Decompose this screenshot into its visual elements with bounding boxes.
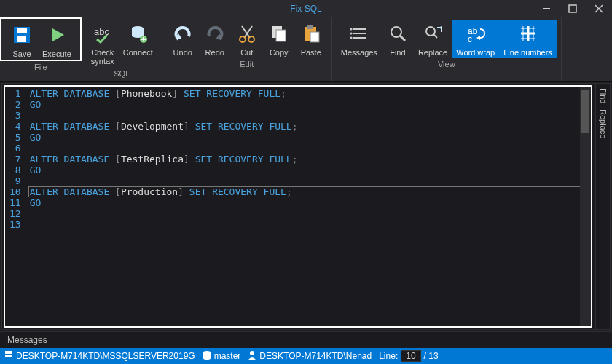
group-label: SQL [82,68,162,81]
code-line[interactable] [30,208,591,219]
save-button[interactable]: Save [6,22,38,60]
replace-label: Replace [418,48,447,58]
svg-rect-6 [17,36,26,42]
cut-label: Cut [240,48,253,58]
svg-rect-24 [307,25,313,29]
replace-button[interactable]: Replace [414,20,452,58]
group-label: View [332,58,561,71]
svg-point-31 [350,37,352,39]
svg-rect-5 [17,28,27,33]
code-line[interactable]: ALTER DATABASE [Production] SET RECOVERY… [30,186,591,197]
replace-icon [423,23,443,47]
maximize-button[interactable] [560,0,586,17]
messages-button[interactable]: Messages [337,20,382,58]
db-label: master [214,351,241,361]
code-line[interactable] [30,219,591,230]
status-user: DESKTOP-M714KTD\Nenad [248,350,372,363]
line-number: 11 [9,197,21,208]
svg-marker-7 [52,28,64,41]
editor-area: 12345678910111213 ALTER DATABASE [Phoneb… [1,83,611,330]
group-label: File [0,61,82,74]
save-icon [12,25,32,48]
svg-point-29 [350,28,352,31]
paste-label: Paste [301,48,321,58]
line-number: 5 [9,132,21,143]
copy-icon [269,23,289,47]
group-label: Edit [162,58,332,71]
find-button[interactable]: Find [382,20,414,58]
undo-button[interactable]: Undo [167,20,199,58]
messages-icon [349,23,369,47]
svg-rect-46 [5,351,12,354]
ribbon-group-view: MessagesFindReplaceabcWord wrapLine numb… [332,17,562,81]
code-line[interactable]: GO [30,165,591,175]
vertical-scrollbar[interactable] [580,87,591,326]
code-line[interactable] [30,143,591,154]
server-label: DESKTOP-M714KTD\MSSQLSERVER2019G [16,351,195,361]
database-icon [203,350,211,363]
ribbon: SaveExecuteFileabcChecksyntaxConnectSQLU… [0,17,612,82]
line-number: 10 [9,186,21,197]
linenumbers-button[interactable]: Line numbers [499,20,557,58]
code-line[interactable] [30,110,591,121]
line-number: 9 [9,175,21,186]
user-label: DESKTOP-M714KTD\Nenad [259,351,372,361]
messages-tab[interactable]: Messages [0,331,612,348]
find-label: Find [390,48,405,58]
paste-button[interactable]: Paste [295,20,327,58]
line-number: 6 [9,143,21,154]
svg-rect-22 [276,30,286,41]
code-line[interactable]: GO [30,132,591,143]
paste-icon [301,23,321,47]
line-current[interactable]: 10 [401,350,420,362]
minimize-button[interactable] [533,0,560,17]
save-label: Save [12,50,31,59]
redo-label: Redo [205,48,224,58]
code-line[interactable]: ALTER DATABASE [TestReplica] SET RECOVER… [30,154,591,165]
line-number: 7 [9,154,21,165]
close-button[interactable] [586,0,612,17]
find-tab[interactable]: Find [599,88,608,103]
svg-line-33 [400,36,405,41]
line-number: 2 [9,99,21,110]
redo-button[interactable]: Redo [199,20,231,58]
cut-button[interactable]: Cut [231,20,263,58]
copy-label: Copy [270,48,289,58]
svg-rect-1 [569,5,576,12]
connect-icon [128,23,148,47]
wordwrap-icon: abc [466,23,486,47]
code-editor[interactable]: 12345678910111213 ALTER DATABASE [Phoneb… [4,85,592,328]
code-content[interactable]: ALTER DATABASE [Phonebook] SET RECOVERY … [30,87,591,232]
wordwrap-label: Word wrap [456,48,495,58]
copy-button[interactable]: Copy [263,20,295,58]
linenumbers-icon [518,23,538,47]
execute-label: Execute [42,50,71,59]
svg-text:c: c [468,34,472,44]
line-number: 4 [9,121,21,132]
titlebar: Fix SQL [0,0,612,17]
messages-label: Messages [341,48,377,58]
svg-line-35 [434,34,437,38]
execute-button[interactable]: Execute [38,22,76,60]
svg-point-20 [248,36,254,42]
scrollbar-thumb[interactable] [581,90,589,133]
cut-icon [237,23,257,47]
code-line[interactable]: ALTER DATABASE [Phonebook] SET RECOVERY … [30,88,591,99]
ribbon-group-file: SaveExecuteFile [0,17,82,81]
code-line[interactable]: ALTER DATABASE [Development] SET RECOVER… [30,121,591,132]
statusbar: DESKTOP-M714KTD\MSSQLSERVER2019G master … [0,348,612,364]
side-tabs: Find Replace [595,84,610,329]
code-line[interactable]: GO [30,99,591,110]
wordwrap-button[interactable]: abcWord wrap [452,20,499,58]
ribbon-group-edit: UndoRedoCutCopyPasteEdit [162,17,332,81]
check-icon: abc [93,23,113,47]
svg-marker-36 [439,26,442,29]
connect-button[interactable]: Connect [119,20,157,68]
line-total: / 13 [424,351,439,361]
code-line[interactable]: GO [30,197,591,208]
svg-point-51 [250,351,254,355]
svg-rect-25 [310,32,319,42]
check-button[interactable]: abcChecksyntax [87,20,119,68]
replace-tab[interactable]: Replace [599,109,608,138]
code-line[interactable] [30,175,591,186]
